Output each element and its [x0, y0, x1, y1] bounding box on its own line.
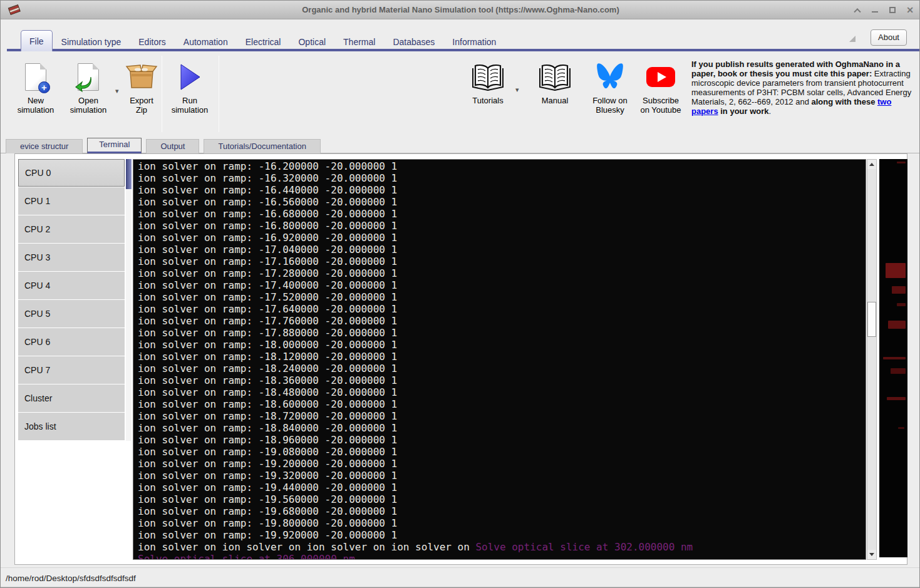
- menu-item[interactable]: File: [21, 30, 53, 51]
- terminal-line: ion solver on ramp: -16.560000 -20.00000…: [138, 196, 866, 208]
- terminal-line: ion solver on ramp: -19.080000 -20.00000…: [138, 446, 866, 458]
- minimap-mark: [891, 368, 906, 374]
- open-book-icon: [539, 63, 571, 91]
- cpu-list-item[interactable]: CPU 2: [18, 215, 125, 243]
- doc-tab[interactable]: Tutorials/Documentation: [204, 139, 320, 153]
- terminal-line: ion solver on ramp: -17.400000 -20.00000…: [138, 279, 866, 291]
- menu-item[interactable]: Simulation type: [53, 33, 130, 51]
- close-window-icon[interactable]: ✕: [906, 6, 914, 14]
- scroll-up-button[interactable]: [867, 160, 876, 169]
- cpu-list-scrollbar[interactable]: [126, 159, 132, 441]
- window-title: Organic and hybrid Material Nano Simulat…: [1, 5, 920, 14]
- terminal-line: ion solver on ramp: -19.320000 -20.00000…: [138, 470, 866, 482]
- terminal-line: ion solver on ramp: -16.200000 -20.00000…: [138, 160, 866, 172]
- cpu-list-item[interactable]: CPU 3: [18, 244, 125, 271]
- terminal-line: ion solver on ramp: -17.280000 -20.00000…: [138, 267, 866, 279]
- run-simulation-button[interactable]: Run simulation: [165, 61, 215, 115]
- open-document-icon: [78, 63, 99, 91]
- terminal-line: ion solver on ramp: -18.240000 -20.00000…: [138, 363, 866, 374]
- menu-item[interactable]: Databases: [384, 33, 443, 51]
- manual-button[interactable]: Manual: [533, 61, 577, 105]
- terminal-page: CPU 0CPU 1CPU 2CPU 3CPU 4CPU 5CPU 6CPU 7…: [14, 153, 907, 565]
- terminal-line: ion solver on ramp: -19.680000 -20.00000…: [138, 505, 866, 517]
- open-simulation-button[interactable]: Open simulation: [63, 61, 113, 115]
- shade-window-icon[interactable]: [853, 6, 862, 14]
- terminal-line-clipped: Solve optical slice at 306.000000 nm: [138, 553, 866, 560]
- minimap-mark: [888, 321, 906, 329]
- terminal-line: ion solver on ramp: -16.920000 -20.00000…: [138, 232, 866, 244]
- terminal-line: ion solver on ramp: -16.440000 -20.00000…: [138, 184, 866, 196]
- cpu-list-item[interactable]: Jobs list: [18, 413, 125, 440]
- open-book-icon: [472, 63, 504, 91]
- menu-item[interactable]: Editors: [130, 33, 175, 51]
- terminal-line: ion solver on ramp: -18.480000 -20.00000…: [138, 386, 866, 398]
- cpu-list-item[interactable]: CPU 0: [18, 159, 125, 187]
- minimap-mark: [886, 263, 906, 278]
- menu-item[interactable]: Automation: [175, 33, 237, 51]
- cpu-list-scrollbar-thumb[interactable]: [126, 159, 132, 189]
- citation-bold-end: in your work: [718, 106, 769, 116]
- menu-item[interactable]: Information: [443, 33, 505, 51]
- menu-bar: FileSimulation typeEditorsAutomationElec…: [1, 19, 920, 52]
- doc-tab[interactable]: evice structur: [6, 139, 83, 153]
- subscribe-youtube-button[interactable]: Subscribe on Youtube: [636, 61, 685, 115]
- terminal-line: ion solver on ramp: -19.200000 -20.00000…: [138, 458, 866, 470]
- document-tabs: evice structurTerminalOutputTutorials/Do…: [1, 138, 920, 153]
- cpu-list-item[interactable]: Cluster: [18, 384, 125, 412]
- terminal-line: ion solver on ramp: -17.880000 -20.00000…: [138, 327, 866, 339]
- open-dropdown-arrow-icon[interactable]: ▾: [115, 87, 119, 95]
- doc-tab-row: evice structurTerminalOutputTutorials/Do…: [6, 138, 321, 153]
- about-button[interactable]: About: [871, 29, 907, 46]
- citation-text: If you publish results generated with Og…: [691, 59, 912, 116]
- toolbar: + New simulation Open simulation ▾: [1, 52, 920, 138]
- doc-tab[interactable]: Output: [146, 139, 199, 153]
- minimap-mark: [897, 303, 906, 306]
- citation-period: .: [769, 106, 772, 116]
- terminal-scrollbar[interactable]: [867, 159, 877, 560]
- toolbar-separator: [162, 56, 162, 132]
- follow-bluesky-button[interactable]: Follow on Bluesky: [586, 61, 634, 115]
- terminal-minimap: [879, 159, 907, 557]
- cpu-list-item[interactable]: CPU 5: [18, 300, 125, 328]
- cpu-list-item[interactable]: CPU 4: [18, 272, 125, 299]
- menu-item[interactable]: Optical: [289, 33, 334, 51]
- menu-item[interactable]: Thermal: [334, 33, 384, 51]
- doc-tab[interactable]: Terminal: [87, 138, 142, 154]
- open-simulation-label: Open simulation: [70, 96, 107, 115]
- maximize-window-icon[interactable]: [888, 6, 897, 14]
- terminal-line: ion solver on ramp: -17.640000 -20.00000…: [138, 303, 866, 315]
- export-zip-label: Export Zip: [130, 96, 153, 115]
- minimize-window-icon[interactable]: [871, 6, 879, 14]
- export-zip-button[interactable]: Export Zip: [120, 61, 163, 115]
- menu-item[interactable]: Electrical: [237, 33, 290, 51]
- terminal-output[interactable]: ion solver on ramp: -16.200000 -20.00000…: [133, 159, 866, 560]
- manual-label: Manual: [542, 96, 569, 105]
- title-bar: Organic and hybrid Material Nano Simulat…: [1, 1, 920, 19]
- cpu-list-item[interactable]: CPU 1: [18, 187, 125, 215]
- new-document-icon: +: [25, 63, 46, 91]
- cpu-list-item[interactable]: CPU 7: [18, 356, 125, 384]
- terminal-line: ion solver on ramp: -16.680000 -20.00000…: [138, 208, 866, 220]
- terminal-mixed-white: ion solver on ion solver on ion solver o…: [138, 541, 475, 553]
- minimap-mark: [883, 357, 906, 359]
- new-simulation-button[interactable]: + New simulation: [11, 61, 61, 115]
- status-bar: /home/rod/Desktop/sfdsdfsdfsdfsdf: [1, 567, 920, 588]
- citation-bold-intro: If you publish results generated with Og…: [691, 59, 900, 78]
- youtube-icon: [646, 66, 676, 88]
- terminal-mixed-magenta: Solve optical slice at 302.000000 nm: [475, 541, 693, 553]
- scroll-down-button[interactable]: [867, 550, 876, 559]
- terminal-scrollbar-thumb[interactable]: [867, 302, 876, 337]
- youtube-label: Subscribe on Youtube: [640, 96, 681, 115]
- terminal-line: ion solver on ramp: -18.000000 -20.00000…: [138, 339, 866, 351]
- terminal-line: ion solver on ramp: -16.800000 -20.00000…: [138, 220, 866, 232]
- cpu-list: CPU 0CPU 1CPU 2CPU 3CPU 4CPU 5CPU 6CPU 7…: [18, 159, 125, 441]
- terminal-line-mixed: ion solver on ion solver on ion solver o…: [138, 541, 866, 553]
- tutorials-button[interactable]: Tutorials: [464, 61, 512, 105]
- cpu-list-item[interactable]: CPU 6: [18, 328, 125, 356]
- terminal-ramp-lines: ion solver on ramp: -16.200000 -20.00000…: [138, 160, 866, 541]
- terminal-line: ion solver on ramp: -18.960000 -20.00000…: [138, 434, 866, 446]
- tutorials-dropdown-arrow-icon[interactable]: ▾: [515, 86, 519, 94]
- scroll-up-arrow-icon: [869, 163, 874, 166]
- minimap-mark: [887, 397, 906, 400]
- terminal-line: ion solver on ramp: -17.520000 -20.00000…: [138, 291, 866, 303]
